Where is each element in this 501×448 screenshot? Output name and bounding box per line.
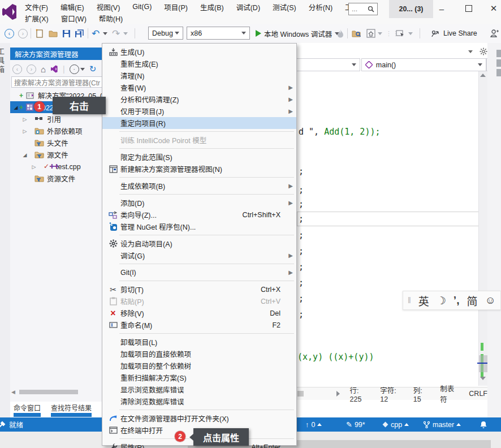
scroll-left-arrow[interactable]: ◀ <box>11 389 19 395</box>
undo-button[interactable]: ↶ <box>92 27 100 40</box>
solution-platform-dropdown[interactable]: x86 <box>187 27 250 40</box>
navigate-forward-button[interactable]: › <box>18 27 28 40</box>
tab-find-symbol-results[interactable]: 查找符号结果 <box>51 403 92 412</box>
menubar-item[interactable]: 生成(B) <box>195 1 230 14</box>
hot-reload-button[interactable] <box>337 27 344 40</box>
ime-language-toggle[interactable]: 英 <box>418 293 429 308</box>
tab-command-window[interactable]: 命令窗口 <box>14 403 41 412</box>
back-icon[interactable]: ‹ <box>12 64 22 74</box>
context-menu-item[interactable]: 在文件资源管理器中打开文件夹(X) <box>102 412 296 424</box>
home-dropdown[interactable] <box>378 27 382 40</box>
editor-vertical-scrollbar[interactable] <box>478 71 488 386</box>
tree-expander-icon[interactable]: ◢ <box>12 105 19 110</box>
switch-views-icon[interactable] <box>50 65 58 73</box>
hscroll-thumb[interactable] <box>19 390 78 394</box>
save-all-button[interactable] <box>75 27 84 40</box>
open-file-button[interactable] <box>49 27 58 40</box>
toolbox-vertical-tab[interactable]: 工具箱 <box>0 48 6 75</box>
context-menu-item[interactable]: Git(I)▶ <box>102 266 296 278</box>
context-menu-item[interactable]: 显示浏览数据库错误 <box>102 384 296 395</box>
menubar-item[interactable]: 调试(D) <box>231 1 266 14</box>
scroll-up-arrow[interactable] <box>480 74 486 77</box>
home-icon[interactable]: ⌂ <box>41 64 46 74</box>
live-share-button[interactable] <box>431 27 440 40</box>
save-button[interactable] <box>62 27 71 40</box>
context-menu-item[interactable]: 添加(D)▶ <box>102 197 296 209</box>
context-menu-item[interactable]: 清除浏览数据库错误 <box>102 395 296 407</box>
scrollbar-thumb[interactable] <box>479 355 487 372</box>
navigate-back-button[interactable]: ‹ <box>5 27 14 40</box>
ime-drag-handle[interactable]: ‖ <box>408 296 411 305</box>
gear-icon[interactable] <box>480 48 487 55</box>
context-menu-item[interactable]: 新建解决方案资源管理器视图(N) <box>102 163 296 175</box>
menubar-item[interactable]: 帮助(H) <box>93 12 128 25</box>
context-menu-item[interactable]: 查看(W)▶ <box>102 81 296 93</box>
select-element-button[interactable] <box>396 27 405 40</box>
context-menu-item[interactable]: 调试(G)▶ <box>102 249 296 261</box>
branch-button[interactable]: master <box>423 417 461 432</box>
step2-badge: 2 <box>175 431 185 442</box>
context-menu-item[interactable]: 类向导(Z)...Ctrl+Shift+X <box>102 209 296 221</box>
home-view-button[interactable] <box>366 27 375 40</box>
repository-button[interactable]: cpp <box>382 417 409 432</box>
context-menu-item[interactable]: 限定为此范围(S) <box>102 151 296 163</box>
start-debugging-button[interactable]: 本地 Windows 调试器 <box>256 27 339 40</box>
context-menu-item[interactable]: ✂剪切(T)Ctrl+X <box>102 283 296 295</box>
context-menu-item[interactable]: 仅用于项目(J)▶ <box>102 105 296 117</box>
members-dropdown[interactable]: main() <box>361 58 486 71</box>
menu-separator <box>102 146 296 151</box>
notifications-bell-button[interactable] <box>480 417 487 432</box>
maximize-button[interactable] <box>459 1 478 16</box>
context-menu-item[interactable]: 设为启动项目(A) <box>102 238 296 249</box>
menubar-item[interactable]: 测试(S) <box>267 1 302 14</box>
context-menu-item[interactable]: 生成(U) <box>102 46 296 58</box>
context-menu-item[interactable]: 分析和代码清理(Z)▶ <box>102 93 296 105</box>
close-button[interactable]: ✕ <box>484 1 501 16</box>
context-menu-item[interactable]: 加载项目的直接依赖项 <box>102 348 296 360</box>
undo-dropdown[interactable] <box>103 27 107 40</box>
redo-button[interactable]: ↷ <box>112 27 120 40</box>
solution-configuration-dropdown[interactable]: Debug <box>148 27 183 40</box>
context-menu-item[interactable]: ×移除(V)Del <box>102 307 296 319</box>
editor-toolbar-dropdown[interactable] <box>468 50 473 53</box>
context-menu-item[interactable]: 卸载项目(L) <box>102 336 296 348</box>
context-menu-item[interactable]: 重命名(M)F2 <box>102 319 296 331</box>
tree-expander-icon[interactable]: ▷ <box>31 164 37 170</box>
pending-edits-button[interactable]: ✎99* <box>346 417 365 432</box>
ime-punctuation-toggle[interactable]: ’, <box>454 294 460 307</box>
redo-dropdown[interactable] <box>123 27 128 40</box>
menubar-item[interactable]: Git(G) <box>127 2 157 12</box>
refresh-icon[interactable]: ↻ <box>89 64 97 74</box>
quick-search-box[interactable]: ... <box>348 3 378 15</box>
forward-icon[interactable]: › <box>27 64 36 74</box>
push-commits-button[interactable]: ↑0 <box>305 417 322 432</box>
h-scroll-thumb[interactable] <box>297 391 304 397</box>
pending-changes-filter-icon[interactable]: · <box>70 64 85 74</box>
tree-expander-icon[interactable]: ▷ <box>21 128 28 134</box>
tree-expander-icon[interactable]: ▷ <box>21 117 28 122</box>
context-menu-item[interactable]: 重定向项目(R) <box>102 117 296 129</box>
context-menu-item[interactable]: 加载项目的整个依赖树 <box>102 360 296 372</box>
menubar-item[interactable]: 分析(N) <box>303 1 338 14</box>
context-menu-item[interactable]: 生成依赖项(B)▶ <box>102 180 296 192</box>
context-menu-item[interactable]: 重新生成(E) <box>102 58 296 70</box>
account-button[interactable] <box>490 27 499 40</box>
ime-simplified-toggle[interactable]: 简 <box>467 293 477 308</box>
context-menu-item[interactable]: 重新扫描解决方案(S) <box>102 372 296 384</box>
h-scroll-right-arrow[interactable] <box>336 391 340 397</box>
tree-expander-icon[interactable]: ◢ <box>21 152 28 158</box>
live-share-label[interactable]: Live Share <box>443 27 477 40</box>
select-element-dropdown[interactable] <box>408 27 413 40</box>
context-menu-item[interactable]: 管理 NuGet 程序包(N)... <box>102 221 296 232</box>
new-file-button[interactable] <box>35 27 44 40</box>
context-menu-item[interactable]: 清理(N) <box>102 70 296 81</box>
find-in-files-button[interactable] <box>352 27 361 40</box>
scroll-down-arrow[interactable] <box>480 377 486 380</box>
ime-emoji-button[interactable]: ☺ <box>485 294 495 307</box>
ime-fullwidth-toggle[interactable]: ☽ <box>437 294 446 307</box>
menubar-item[interactable]: 项目(P) <box>158 1 193 14</box>
menubar-item[interactable]: 扩展(X) <box>19 12 54 25</box>
menubar-item[interactable]: 窗口(W) <box>55 12 92 25</box>
code-segment: ; <box>299 230 304 240</box>
minimize-button[interactable]: – <box>432 1 451 16</box>
